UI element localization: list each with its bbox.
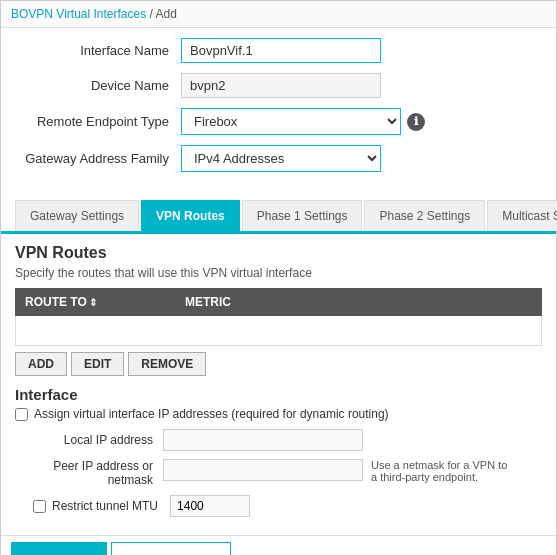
tab-gateway[interactable]: Gateway Settings — [15, 200, 139, 231]
gateway-family-select[interactable]: IPv4 Addresses — [181, 145, 381, 172]
interface-name-input[interactable] — [181, 38, 381, 63]
tab-phase2[interactable]: Phase 2 Settings — [364, 200, 485, 231]
remote-endpoint-row: Remote Endpoint Type Firebox ℹ — [21, 108, 536, 135]
col-route-header: ROUTE TO⇕ — [15, 293, 175, 311]
col-metric-header: METRIC — [175, 293, 275, 311]
gateway-family-row: Gateway Address Family IPv4 Addresses — [21, 145, 536, 172]
tab-multicast[interactable]: Multicast Settings — [487, 200, 557, 231]
restrict-mtu-input[interactable] — [170, 495, 250, 517]
gateway-family-label: Gateway Address Family — [21, 151, 181, 166]
local-ip-input[interactable] — [163, 429, 363, 451]
assign-label: Assign virtual interface IP addresses (r… — [34, 407, 389, 421]
restrict-mtu-checkbox[interactable] — [33, 500, 46, 513]
peer-ip-label: Peer IP address or netmask — [33, 459, 163, 487]
remote-endpoint-label: Remote Endpoint Type — [21, 114, 181, 129]
remove-button[interactable]: REMOVE — [128, 352, 206, 376]
device-name-input — [181, 73, 381, 98]
cancel-button[interactable]: CANCEL — [111, 542, 230, 555]
breadcrumb-parent[interactable]: BOVPN Virtual Interfaces — [11, 7, 146, 21]
tab-content: VPN Routes Specify the routes that will … — [1, 231, 556, 535]
local-ip-label: Local IP address — [33, 433, 163, 447]
peer-ip-input[interactable] — [163, 459, 363, 481]
breadcrumb-current: Add — [156, 7, 177, 21]
routes-table-body — [15, 316, 542, 346]
restrict-mtu-label: Restrict tunnel MTU — [52, 499, 164, 513]
peer-ip-note: Use a netmask for a VPN to a third-party… — [371, 459, 511, 483]
edit-button[interactable]: EDIT — [71, 352, 124, 376]
tab-title: VPN Routes — [15, 244, 542, 262]
restrict-mtu-row: Restrict tunnel MTU — [33, 495, 542, 517]
interface-name-label: Interface Name — [21, 43, 181, 58]
sort-icon: ⇕ — [89, 297, 97, 308]
device-name-row: Device Name — [21, 73, 536, 98]
assign-checkbox[interactable] — [15, 408, 28, 421]
routes-table-header: ROUTE TO⇕ METRIC — [15, 288, 542, 316]
local-ip-row: Local IP address — [33, 429, 542, 451]
tab-vpn-routes[interactable]: VPN Routes — [141, 200, 240, 231]
breadcrumb: BOVPN Virtual Interfaces / Add — [1, 1, 556, 28]
tab-phase1[interactable]: Phase 1 Settings — [242, 200, 363, 231]
assign-checkbox-row: Assign virtual interface IP addresses (r… — [15, 407, 542, 421]
peer-ip-row: Peer IP address or netmask Use a netmask… — [33, 459, 542, 487]
interface-name-row: Interface Name — [21, 38, 536, 63]
action-buttons: ADD EDIT REMOVE — [15, 352, 542, 376]
device-name-label: Device Name — [21, 78, 181, 93]
save-button[interactable]: SAVE — [11, 542, 107, 555]
footer-bar: SAVE CANCEL — [1, 535, 556, 555]
page-container: BOVPN Virtual Interfaces / Add Interface… — [0, 0, 557, 555]
breadcrumb-separator-slash: / — [150, 7, 153, 21]
tabs-bar: Gateway Settings VPN Routes Phase 1 Sett… — [1, 200, 556, 231]
interface-section-title: Interface — [15, 386, 542, 403]
remote-endpoint-select[interactable]: Firebox — [181, 108, 401, 135]
tab-subtitle: Specify the routes that will use this VP… — [15, 266, 542, 280]
info-icon[interactable]: ℹ — [407, 113, 425, 131]
form-section: Interface Name Device Name Remote Endpoi… — [1, 28, 556, 192]
add-button[interactable]: ADD — [15, 352, 67, 376]
